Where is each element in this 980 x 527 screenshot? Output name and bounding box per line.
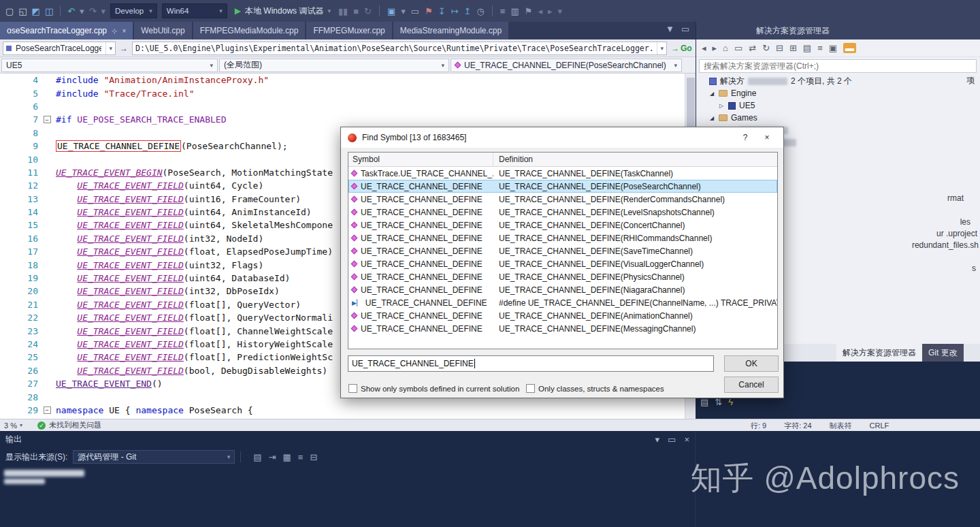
- show-all-files-icon[interactable]: ⊞: [789, 44, 797, 52]
- line-indicator[interactable]: 行: 9: [751, 421, 766, 431]
- code-view-icon[interactable]: ≡: [817, 44, 823, 52]
- close-button[interactable]: ×: [757, 130, 777, 145]
- output-dropdown-icon[interactable]: ▾: [655, 435, 660, 444]
- code-text[interactable]: UE_TRACE_EVENT_FIELD(bool, DebugDisableW…: [56, 366, 327, 376]
- close-tab-icon[interactable]: ×: [122, 27, 126, 35]
- checkbox-icon[interactable]: [348, 384, 357, 393]
- pause-icon[interactable]: ▮▮: [338, 7, 348, 16]
- symbol-search-input[interactable]: UE_TRACE_CHANNEL_DEFINE: [348, 355, 714, 372]
- checkbox-icon[interactable]: [526, 384, 535, 393]
- help-button[interactable]: ?: [736, 130, 755, 145]
- code-text[interactable]: UE_TRACE_EVENT_FIELD(int32, DbPoseIdx): [56, 286, 280, 296]
- go-button[interactable]: → Go: [671, 44, 692, 53]
- columns-icon[interactable]: ▥: [510, 7, 519, 16]
- tab-solution-explorer[interactable]: 解决方案资源管理器: [836, 344, 922, 362]
- switch-views-icon[interactable]: ⇄: [749, 44, 756, 52]
- float-panel-icon[interactable]: ▭: [668, 435, 676, 444]
- float-documents-icon[interactable]: ▭: [681, 25, 689, 33]
- redo-caret-icon[interactable]: ▾: [101, 7, 106, 16]
- code-text[interactable]: UE_TRACE_EVENT_FIELD(float[], QueryVecto…: [56, 313, 333, 323]
- code-text[interactable]: UE_TRACE_CHANNEL_DEFINE(PoseSearchChanne…: [56, 141, 288, 151]
- ok-button[interactable]: OK: [724, 355, 779, 372]
- editor-tab[interactable]: oseSearchTraceLogger.cpp⊹×: [0, 22, 133, 39]
- symbol-results-list[interactable]: Symbol Definition TaskTrace.UE_TRACE_CHA…: [348, 152, 778, 349]
- more-commands-icon[interactable]: ▾: [557, 7, 562, 16]
- active-files-icon[interactable]: ▼: [666, 25, 674, 33]
- symbol-row[interactable]: TaskTrace.UE_TRACE_CHANNEL_...UE_TRACE_C…: [348, 167, 777, 180]
- browse-caret-icon[interactable]: ▾: [401, 7, 406, 16]
- messages-icon[interactable]: ▤: [253, 453, 261, 462]
- step-out-icon[interactable]: ↥: [464, 7, 472, 16]
- tab-git-changes[interactable]: Git 更改: [922, 344, 964, 362]
- tree-item[interactable]: ▷UE5: [696, 99, 980, 112]
- bookmark-next-icon[interactable]: ▸: [548, 7, 553, 16]
- project-scope-dropdown[interactable]: UE5 ▾: [1, 59, 218, 72]
- symbol-row[interactable]: UE_TRACE_CHANNEL_DEFINEUE_TRACE_CHANNEL_…: [348, 244, 777, 257]
- code-text[interactable]: UE_TRACE_EVENT_FIELD(float, ElapsedPoseJ…: [56, 246, 333, 257]
- pin-icon[interactable]: ⊹: [112, 27, 117, 35]
- symbol-row[interactable]: ▶▏UE_TRACE_CHANNEL_DEFINE#define UE_TRAC…: [348, 296, 777, 309]
- editor-tab[interactable]: WebUtil.cpp: [134, 22, 191, 39]
- forward-icon[interactable]: ▸: [713, 44, 717, 52]
- code-text[interactable]: UE_TRACE_EVENT_FIELD(uint64, DatabaseId): [56, 273, 290, 283]
- restart-icon[interactable]: ↻: [364, 7, 372, 16]
- back-icon[interactable]: ◂: [702, 44, 706, 52]
- open-folder-icon[interactable]: ▭: [734, 44, 742, 52]
- collapse-output-icon[interactable]: ⊟: [310, 453, 317, 462]
- code-text[interactable]: UE_TRACE_EVENT_FIELD(uint64, Cycle): [56, 180, 263, 191]
- events-icon[interactable]: ϟ: [728, 398, 733, 406]
- code-text[interactable]: UE_TRACE_EVENT_FIELD(float[], HistoryWei…: [56, 339, 333, 349]
- symbol-row[interactable]: UE_TRACE_CHANNEL_DEFINEUE_TRACE_CHANNEL_…: [348, 219, 777, 231]
- solution-only-checkbox[interactable]: Show only symbols defined in current sol…: [348, 384, 519, 393]
- code-text[interactable]: UE_TRACE_EVENT_FIELD(uint64, AnimInstanc…: [56, 207, 312, 217]
- code-text[interactable]: #if UE_POSE_SEARCH_TRACE_ENABLED: [56, 114, 226, 125]
- properties-page-icon[interactable]: ▤: [700, 398, 708, 406]
- code-text[interactable]: UE_TRACE_EVENT_FIELD(float[], QueryVecto…: [56, 300, 301, 310]
- code-text[interactable]: UE_TRACE_EVENT_FIELD(uint16, FrameCounte…: [56, 194, 301, 204]
- tree-expanded-icon[interactable]: ◢: [708, 91, 715, 97]
- tree-item[interactable]: ◢Engine: [696, 87, 980, 99]
- column-indicator[interactable]: 字符: 24: [784, 421, 811, 431]
- zoom-control[interactable]: 3 % ▾: [0, 421, 22, 430]
- tree-expanded-icon[interactable]: ◢: [708, 115, 715, 121]
- tree-item[interactable]: ◢Games: [696, 112, 980, 124]
- code-text[interactable]: UE_TRACE_EVENT_FIELD(uint32, Flags): [56, 260, 263, 270]
- properties-icon[interactable]: ▤: [803, 44, 811, 52]
- tabs-indicator[interactable]: 制表符: [830, 421, 852, 431]
- symbol-row[interactable]: UE_TRACE_CHANNEL_DEFINEUE_TRACE_CHANNEL_…: [348, 231, 777, 244]
- word-wrap-icon[interactable]: ≡: [298, 453, 304, 462]
- bookmark-prev-icon[interactable]: ◂: [538, 7, 542, 16]
- task-list-icon[interactable]: ≡: [500, 7, 506, 16]
- stop-icon[interactable]: ■: [353, 7, 359, 16]
- bookmark-icon[interactable]: ⚑: [525, 7, 533, 16]
- code-text[interactable]: UE_TRACE_EVENT_FIELD(float[], Prediction…: [56, 352, 333, 362]
- symbol-row[interactable]: UE_TRACE_CHANNEL_DEFINEUE_TRACE_CHANNEL_…: [348, 309, 777, 322]
- breakpoints-icon[interactable]: ⚑: [425, 7, 433, 16]
- scope-icon[interactable]: ▣: [829, 44, 837, 52]
- goto-message-icon[interactable]: ⇥: [269, 453, 276, 462]
- search-input[interactable]: [699, 59, 977, 73]
- code-text[interactable]: #include "Animation/AnimInstanceProxy.h": [56, 75, 269, 85]
- refresh-icon[interactable]: ↻: [762, 44, 770, 52]
- tree-item[interactable]: 解决方2 个项目, 共 2 个: [696, 75, 980, 87]
- browse-icon[interactable]: ▣: [387, 7, 395, 16]
- fold-collapse-icon[interactable]: −: [44, 406, 51, 414]
- output-source-dropdown[interactable]: 源代码管理 - Git ▾: [73, 450, 235, 464]
- editor-tab[interactable]: FFMPEGMuxer.cpp: [306, 22, 391, 39]
- editor-tab[interactable]: FFMPEGMediaModule.cpp: [193, 22, 306, 39]
- tree-collapsed-icon[interactable]: ▷: [718, 103, 725, 109]
- close-panel-icon[interactable]: ×: [684, 435, 689, 444]
- code-text[interactable]: UE_TRACE_EVENT_FIELD(int32, NodeId): [56, 234, 263, 244]
- symbol-row[interactable]: UE_TRACE_CHANNEL_DEFINEUE_TRACE_CHANNEL_…: [348, 283, 777, 296]
- editor-tab[interactable]: MediaStreamingModule.cpp: [393, 22, 508, 39]
- code-text[interactable]: #include "Trace/Trace.inl": [56, 89, 195, 99]
- step-over-icon[interactable]: ↦: [451, 7, 459, 16]
- symbol-row[interactable]: UE_TRACE_CHANNEL_DEFINEUE_TRACE_CHANNEL_…: [348, 206, 777, 219]
- start-debugging-button[interactable]: ▶ 本地 Windows 调试器 ▾: [232, 3, 333, 19]
- eol-indicator[interactable]: CRLF: [870, 421, 889, 430]
- symbol-row[interactable]: UE_TRACE_CHANNEL_DEFINEUE_TRACE_CHANNEL_…: [348, 322, 777, 335]
- file-path-combobox[interactable]: D:\UE_5.0\Engine\Plugins\Experimental\An…: [132, 42, 667, 55]
- home-icon[interactable]: ⌂: [723, 44, 728, 52]
- sort-icon[interactable]: ⇅: [715, 398, 722, 406]
- symbol-row[interactable]: UE_TRACE_CHANNEL_DEFINEUE_TRACE_CHANNEL_…: [348, 270, 777, 283]
